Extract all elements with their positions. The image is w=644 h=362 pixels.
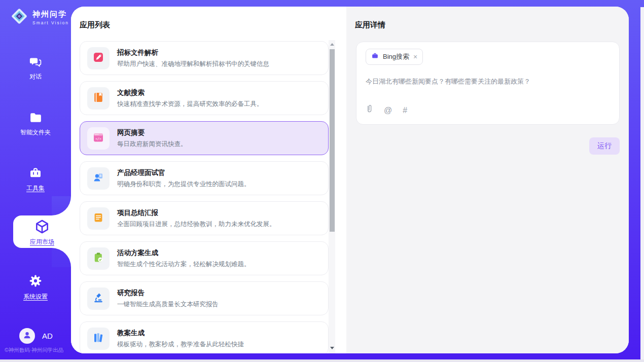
composer-toolbar: @ # xyxy=(366,104,407,116)
app-title: 活动方案生成 xyxy=(117,248,251,258)
brand-logo: 神州问学 Smart Vision xyxy=(10,7,69,27)
folder-icon xyxy=(29,117,43,125)
active-tab-curve-top xyxy=(52,196,71,215)
sidebar-item-settings[interactable]: 系统设置 xyxy=(0,274,71,301)
brand-subtitle: Smart Vision xyxy=(32,20,69,25)
app-description: 模板驱动，教案秒成，教学准备从此轻松快捷 xyxy=(117,340,244,349)
copyright-text: ©神州数码·神州问学出品 xyxy=(5,347,63,354)
app-description: 帮助用户快速、准确地理解和解析招标书中的关键信息 xyxy=(117,60,269,68)
query-text[interactable]: 今日湖北有哪些新闻要点？有哪些需要关注的最新政策？ xyxy=(366,77,610,86)
app-icon-box xyxy=(87,287,110,310)
sidebar-item-smart-folders[interactable]: 智能文件夹 xyxy=(0,112,71,137)
app-icon-box xyxy=(87,328,110,350)
brand-name: 神州问学 xyxy=(32,10,67,18)
app-description: 智能生成个性化活动方案，轻松解决规划难题。 xyxy=(117,260,251,269)
sidebar-item-chat[interactable]: 对话 xyxy=(0,56,71,81)
user-account[interactable]: AD xyxy=(19,328,53,344)
chat-icon xyxy=(29,61,43,69)
scrollbar-down-arrow-icon[interactable] xyxy=(330,347,334,349)
book-icon xyxy=(92,91,104,105)
gear-icon xyxy=(28,281,43,289)
app-description: 全面回顾项目进展，总结经验教训，助力未来优化发展。 xyxy=(117,220,276,229)
person-avatar-icon xyxy=(22,330,32,342)
app-list-item[interactable]: 项目总结汇报 全面回顾项目进展，总结经验教训，助力未来优化发展。 xyxy=(80,201,329,235)
app-title: 产品经理面试官 xyxy=(117,168,251,177)
app-icon-box xyxy=(87,47,110,69)
sidebar-item-toolset[interactable]: 工具集 xyxy=(0,166,71,193)
app-title: 项目总结汇报 xyxy=(117,208,276,218)
app-description: 明确身份和职责，为您提供专业性的面试问题。 xyxy=(117,180,251,189)
books-icon xyxy=(92,332,104,346)
app-list-item[interactable]: 产品经理面试官 明确身份和职责，为您提供专业性的面试问题。 xyxy=(80,161,329,195)
app-icon-box xyxy=(87,167,110,190)
app-list-item[interactable]: </> 网页摘要 每日政府新闻资讯快查。 xyxy=(80,121,329,155)
scrollbar-up-arrow-icon[interactable] xyxy=(330,43,334,46)
app-window: 神州问学 Smart Vision 对话 智能文件夹 xyxy=(0,0,644,362)
interviewer-icon xyxy=(92,171,104,186)
close-icon[interactable]: × xyxy=(413,53,417,60)
app-icon-box xyxy=(87,87,110,110)
hash-icon[interactable]: # xyxy=(403,106,407,115)
app-icon-box: </> xyxy=(87,127,110,150)
at-icon[interactable]: @ xyxy=(384,106,392,115)
content-area: 应用列表 招标文件解析 帮助用户快速、准确地理解和解析招标书中的关键信息 文献搜… xyxy=(71,7,629,353)
app-detail-panel: 应用详情 Bing搜索 × 今日湖北有哪些新闻要点？有哪些需要关注的最新政策？ xyxy=(346,7,629,353)
app-title: 网页摘要 xyxy=(117,128,187,137)
app-list-item[interactable]: 活动方案生成 智能生成个性化活动方案，轻松解决规划难题。 xyxy=(80,241,329,275)
sidebar-item-label: 对话 xyxy=(0,73,71,81)
app-list-item[interactable]: 教案生成 模板驱动，教案秒成，教学准备从此轻松快捷 xyxy=(80,321,329,353)
sidebar: 神州问学 Smart Vision 对话 智能文件夹 xyxy=(0,0,71,359)
paperclip-icon[interactable] xyxy=(366,104,373,116)
tool-tag-bing-search[interactable]: Bing搜索 × xyxy=(366,49,423,65)
svg-text:</>: </> xyxy=(95,136,101,140)
sidebar-item-label: 系统设置 xyxy=(0,293,71,301)
cube-icon xyxy=(34,228,50,236)
app-description: 每日政府新闻资讯快查。 xyxy=(117,140,187,149)
app-detail-title: 应用详情 xyxy=(355,20,385,30)
edit-icon xyxy=(92,51,104,65)
app-title: 招标文件解析 xyxy=(117,48,269,57)
briefcase-icon xyxy=(371,52,379,61)
app-title: 研究报告 xyxy=(117,288,219,298)
user-name: AD xyxy=(42,332,53,340)
app-list-title: 应用列表 xyxy=(80,20,110,30)
window-edge-bottom xyxy=(0,359,644,362)
active-tab-curve-bottom xyxy=(52,248,71,267)
notepad-icon xyxy=(92,211,104,226)
scrollbar-thumb[interactable] xyxy=(330,49,335,232)
app-list: 招标文件解析 帮助用户快速、准确地理解和解析招标书中的关键信息 文献搜索 快速精… xyxy=(80,41,329,353)
app-title: 文献搜索 xyxy=(117,88,263,97)
window-edge-right xyxy=(640,7,644,359)
app-icon-box xyxy=(87,247,110,270)
scrollbar[interactable] xyxy=(329,40,335,353)
sidebar-item-label: 智能文件夹 xyxy=(0,128,71,137)
run-button[interactable]: 运行 xyxy=(589,137,620,155)
prompt-card: Bing搜索 × 今日湖北有哪些新闻要点？有哪些需要关注的最新政策？ @ # xyxy=(356,42,620,125)
sidebar-item-app-market[interactable]: 应用市场 xyxy=(13,215,71,248)
toolbox-icon xyxy=(28,172,43,181)
microscope-icon xyxy=(92,292,104,306)
app-list-item[interactable]: 文献搜索 快速精准查找学术资源，提高研究效率的必备工具。 xyxy=(80,81,329,115)
app-title: 教案生成 xyxy=(117,329,244,338)
sidebar-item-label: 工具集 xyxy=(0,184,71,193)
diamond-logo-icon xyxy=(10,7,28,27)
browser-code-icon: </> xyxy=(92,131,104,146)
app-list-item[interactable]: 研究报告 一键智能生成高质量长文本研究报告 xyxy=(80,281,329,315)
clipboard-check-icon xyxy=(92,251,104,266)
app-list-item[interactable]: 招标文件解析 帮助用户快速、准确地理解和解析招标书中的关键信息 xyxy=(80,41,329,75)
sidebar-item-label: 应用市场 xyxy=(13,238,71,246)
avatar xyxy=(19,328,35,344)
app-icon-box xyxy=(87,207,110,230)
app-list-panel: 应用列表 招标文件解析 帮助用户快速、准确地理解和解析招标书中的关键信息 文献搜… xyxy=(71,7,346,353)
app-description: 一键智能生成高质量长文本研究报告 xyxy=(117,300,219,309)
tool-tag-label: Bing搜索 xyxy=(383,52,409,61)
app-description: 快速精准查找学术资源，提高研究效率的必备工具。 xyxy=(117,100,263,108)
